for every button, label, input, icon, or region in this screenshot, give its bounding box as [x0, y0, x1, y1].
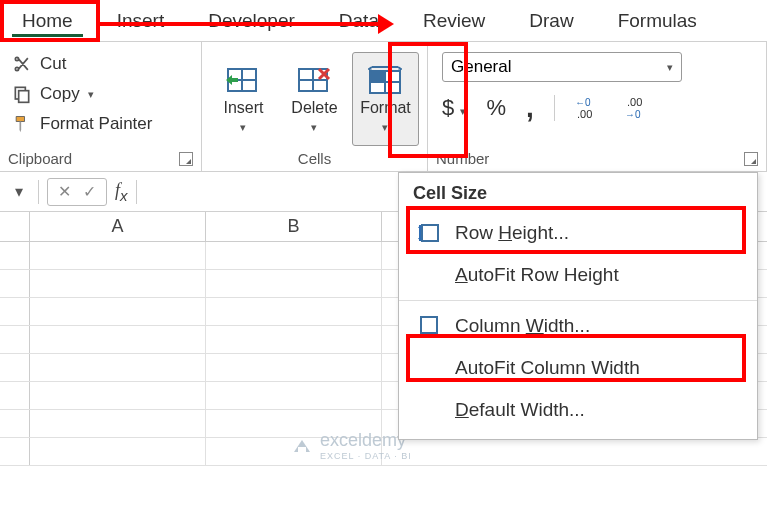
chevron-down-icon: ▾	[382, 121, 388, 134]
group-clipboard: Cut Copy ▾ Format Painter Clipboard	[0, 42, 202, 171]
watermark-icon	[290, 434, 314, 458]
svg-text:←0: ←0	[575, 97, 591, 108]
clipboard-launcher-icon[interactable]	[179, 152, 193, 166]
column-width-icon	[417, 315, 441, 337]
format-painter-label: Format Painter	[40, 114, 152, 134]
fx-icon[interactable]: fx	[115, 180, 128, 204]
menu-autofit-column-label: AutoFit Column Width	[455, 357, 640, 379]
number-group-label: Number	[436, 150, 489, 167]
separator	[554, 95, 555, 121]
menu-column-width[interactable]: Column Width...	[399, 305, 757, 347]
paintbrush-icon	[12, 114, 32, 134]
svg-rect-9	[370, 71, 385, 82]
svg-rect-19	[421, 317, 437, 333]
highlight-arrow-head	[378, 14, 394, 34]
delete-cells-button[interactable]: Delete ▾	[281, 52, 348, 146]
watermark: exceldemy EXCEL · DATA · BI	[290, 430, 412, 461]
svg-text:.00: .00	[577, 108, 592, 120]
copy-button[interactable]: Copy ▾	[8, 82, 193, 106]
name-box-dropdown[interactable]: ▾	[8, 181, 30, 203]
menu-section-header: Cell Size	[399, 173, 757, 212]
group-number: General ▾ $ ▾ % , ←0.00 .00→0 Number	[428, 42, 767, 171]
svg-text:→0: →0	[625, 109, 641, 120]
menu-autofit-row[interactable]: AutoFit Row Height	[399, 254, 757, 296]
cut-button[interactable]: Cut	[8, 52, 193, 76]
select-all-corner[interactable]	[0, 212, 30, 241]
menu-autofit-column[interactable]: AutoFit Column Width	[399, 347, 757, 389]
tab-home[interactable]: Home	[0, 0, 95, 41]
cancel-icon[interactable]: ✕	[58, 182, 71, 201]
menu-default-width[interactable]: Default Width...	[399, 389, 757, 431]
comma-button[interactable]: ,	[526, 92, 534, 124]
column-header-b[interactable]: B	[206, 212, 382, 241]
chevron-down-icon: ▾	[240, 121, 246, 134]
delete-cells-icon	[297, 65, 331, 95]
tab-formulas[interactable]: Formulas	[596, 0, 719, 41]
number-format-combo[interactable]: General ▾	[442, 52, 682, 82]
insert-cells-button[interactable]: Insert ▾	[210, 52, 277, 146]
currency-button[interactable]: $ ▾	[442, 95, 466, 121]
chevron-down-icon: ▾	[667, 61, 673, 74]
watermark-subtext: EXCEL · DATA · BI	[320, 451, 412, 461]
format-cells-icon	[368, 65, 402, 95]
format-label: Format	[360, 99, 411, 117]
svg-rect-17	[422, 225, 438, 241]
format-cells-button[interactable]: Format ▾	[352, 52, 419, 146]
watermark-text: exceldemy	[320, 430, 406, 450]
menu-default-width-label: Default Width...	[455, 399, 585, 421]
decrease-decimal-button[interactable]: .00→0	[625, 96, 655, 120]
ribbon: Cut Copy ▾ Format Painter Clipboard	[0, 42, 767, 172]
menu-separator	[399, 300, 757, 301]
number-format-value: General	[451, 57, 511, 77]
tab-review[interactable]: Review	[401, 0, 507, 41]
cut-label: Cut	[40, 54, 66, 74]
tab-insert[interactable]: Insert	[95, 0, 187, 41]
copy-label: Copy	[40, 84, 80, 104]
formula-controls: ✕ ✓	[47, 178, 107, 206]
chevron-down-icon: ▾	[88, 88, 94, 101]
copy-icon	[12, 84, 32, 104]
menu-autofit-row-label: AutoFit Row Height	[455, 264, 619, 286]
svg-rect-1	[19, 91, 29, 103]
insert-label: Insert	[223, 99, 263, 117]
tab-developer[interactable]: Developer	[186, 0, 317, 41]
highlight-arrow	[100, 22, 382, 26]
increase-decimal-button[interactable]: ←0.00	[575, 96, 605, 120]
svg-text:.00: .00	[627, 96, 642, 108]
group-cells: Insert ▾ Delete ▾ Format ▾ Cells	[202, 42, 428, 171]
chevron-down-icon: ▾	[311, 121, 317, 134]
clipboard-group-label: Clipboard	[8, 150, 72, 167]
format-painter-button[interactable]: Format Painter	[8, 112, 193, 136]
column-header-a[interactable]: A	[30, 212, 206, 241]
menu-row-height[interactable]: Row Height...	[399, 212, 757, 254]
format-dropdown-menu: Cell Size Row Height... AutoFit Row Heig…	[398, 172, 758, 440]
number-launcher-icon[interactable]	[744, 152, 758, 166]
tab-draw[interactable]: Draw	[507, 0, 595, 41]
insert-cells-icon	[226, 65, 260, 95]
menu-row-height-label: Row Height...	[455, 222, 569, 244]
enter-icon[interactable]: ✓	[83, 182, 96, 201]
scissors-icon	[12, 54, 32, 74]
percent-button[interactable]: %	[486, 95, 506, 121]
menu-column-width-label: Column Width...	[455, 315, 590, 337]
row-height-icon	[417, 222, 441, 244]
svg-rect-21	[298, 447, 306, 452]
delete-label: Delete	[291, 99, 337, 117]
cells-group-label: Cells	[298, 150, 331, 167]
